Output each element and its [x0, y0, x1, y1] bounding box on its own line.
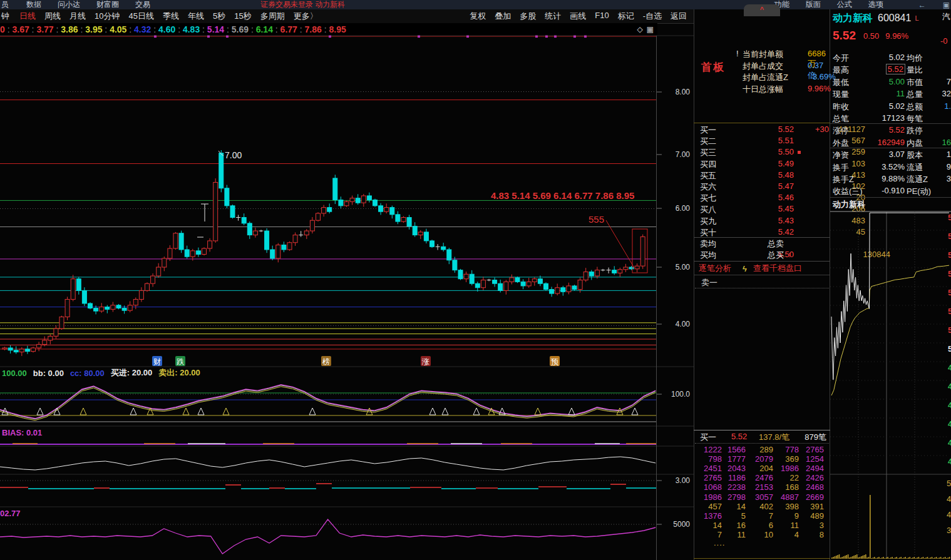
quote-value: 5.52 — [889, 125, 905, 135]
bid-label: 买九 — [700, 216, 716, 227]
back-arrow-icon[interactable]: ← — [918, 1, 926, 9]
bid-row-8[interactable]: 买八5.45206 — [694, 204, 830, 215]
tape-cell: 398 — [771, 502, 799, 511]
mini-axis-label: 5. — [948, 213, 951, 222]
quote-label: 净资 — [833, 150, 849, 161]
last-price: 5.52 — [833, 29, 856, 43]
mini-axis-label: 4. — [948, 363, 951, 372]
tick-analysis-link[interactable]: 逐笔分析 — [699, 263, 731, 274]
tape-cell: 2043 — [718, 464, 746, 473]
quote-row: 跌停 — [907, 125, 951, 137]
tape-cell: 4 — [771, 530, 799, 539]
quote-value: 9 — [947, 162, 951, 171]
bid-label: 买六 — [700, 181, 716, 193]
event-badge: 预 — [551, 357, 558, 366]
bid-row-6[interactable]: 买六5.47102 — [694, 181, 830, 193]
window-控制-icon[interactable]: ▣ — [943, 1, 950, 9]
y-axis-label: 100.0 — [671, 390, 690, 399]
quote-label: 总量 — [907, 89, 923, 100]
bid-row-2[interactable]: 买二5.51567 — [694, 136, 830, 147]
limit-stat-label: 封单占成交 — [743, 61, 783, 71]
bid-row-9[interactable]: 买九5.43483 — [694, 216, 830, 227]
tape-cell: 391 — [796, 502, 824, 511]
quote-label: 换手 — [833, 162, 849, 173]
mini-axis-label: 5. — [948, 325, 951, 335]
bid-row-3[interactable]: 买三5.50259 — [694, 147, 830, 158]
tape-cell: 14 — [718, 502, 746, 511]
menu-item[interactable]: 选项 — [868, 0, 883, 10]
collapse-tab[interactable]: ^ — [744, 4, 780, 16]
tape-cell: 1777 — [718, 454, 746, 464]
view-depth-link[interactable]: 查看千档盘口 — [753, 263, 802, 274]
tape-cell: 2153 — [746, 482, 773, 492]
tape-cell: 204 — [746, 464, 773, 473]
quote-value: 3.07 — [889, 150, 905, 159]
quote-value: 5.02 — [889, 53, 905, 62]
tape-cell: 2238 — [718, 482, 746, 492]
limit-stat-value: 9.96% — [808, 84, 825, 93]
tape-cell: 8 — [796, 530, 824, 539]
quote-row: 总额1. — [907, 101, 951, 113]
limit-stat-label: 当前封单额 — [743, 49, 783, 59]
quote-label: 股本 — [907, 150, 923, 161]
tape-cell: 2765 — [796, 445, 824, 454]
menu-item[interactable]: 公式 — [837, 0, 852, 10]
quote-label: 市值 — [907, 77, 923, 88]
quote-value: 11 — [897, 89, 905, 98]
sell-avg-label: 卖均 — [700, 238, 716, 250]
tape-header-dotted — [695, 443, 829, 444]
bid-row-7[interactable]: 买七5.4620 — [694, 193, 830, 204]
indicator-header-item: 卖出: 20.00 — [158, 367, 200, 379]
quote-row: PE(动) — [907, 186, 951, 198]
quote-row: 最高5.52 — [833, 64, 905, 76]
mini-vol-axis-label: 33 — [947, 526, 951, 535]
stock-flag: L — [915, 14, 918, 22]
quote-label: 最高 — [833, 64, 849, 76]
quote-row: 收益(三)-0.910 — [833, 186, 905, 198]
bid-label: 买二 — [700, 136, 716, 147]
indicator-header-item: cc: 80.00 — [70, 369, 105, 378]
event-badge: 榜 — [322, 357, 330, 366]
bid-row-1[interactable]: 买一5.52121127+30 — [694, 125, 830, 136]
menu-item[interactable]: 版面 — [806, 0, 821, 10]
quote-row: 流通9 — [907, 162, 951, 174]
alert-icon: ! — [736, 49, 739, 58]
mini-intraday-chart[interactable]: 5.5.5.5.5.5.5.5.4.4.4.4.4.4.58494733 — [830, 197, 951, 560]
main-candlestick-chart[interactable]: 5557.004.83 5.14 5.69 6.14 6.77 7.86 8.9… — [0, 0, 694, 560]
bid-row-5[interactable]: 买五5.48413 — [694, 170, 830, 181]
tape-cell: 1186 — [718, 473, 746, 482]
mini-axis-label: 5. — [948, 250, 951, 260]
y-axis-label: 4.00 — [676, 320, 691, 328]
indicator1-header: 100.00bb: 0.00cc: 80.00买进: 20.00卖出: 20.0… — [2, 367, 207, 379]
indicator-header-item: bb: 0.00 — [33, 369, 64, 378]
bid-label: 买四 — [700, 159, 716, 170]
quote-row: 股本1 — [907, 150, 951, 161]
tape-more[interactable]: .... — [714, 538, 725, 547]
tape-cell: 1566 — [718, 445, 746, 454]
mini-vol-axis-label: 58 — [947, 479, 951, 488]
quote-value: 3 — [947, 174, 951, 183]
quote-header: 动力新科 600841 L — [833, 13, 919, 24]
tape-cell: 289 — [746, 445, 773, 454]
bid-change: +30 — [815, 125, 829, 134]
y-axis-label: 6.00 — [676, 204, 691, 213]
quote-row: 换手Z9.88% — [833, 174, 905, 186]
levels-text-label: 4.83 5.14 5.69 6.14 6.77 7.86 8.95 — [491, 190, 634, 201]
tape-top-border — [694, 430, 830, 430]
tape-avg-per-order: 137.8/笔 — [759, 432, 789, 443]
tape-cell: 369 — [771, 454, 799, 464]
tape-cell: 7 — [746, 511, 773, 521]
quote-label: 流通Z — [907, 174, 928, 185]
y-axis-label: 3.00 — [676, 476, 691, 485]
tape-cell: 5 — [718, 511, 746, 521]
mini-axis-label: 4. — [948, 419, 951, 429]
quote-row: 市值7 — [907, 77, 951, 89]
y-axis-label: 7.00 — [676, 150, 691, 159]
limit-stat-row: 封单占成交0.37倍 — [743, 61, 828, 72]
mini-vol-axis-label: 47 — [947, 510, 951, 519]
tape-order-count: 879笔 — [804, 432, 826, 443]
tape-cell: 168 — [771, 482, 799, 492]
tape-cell: 778 — [771, 445, 799, 454]
bid-row-4[interactable]: 买四5.49103 — [694, 159, 830, 170]
quote-value: 5.00 — [889, 77, 905, 86]
